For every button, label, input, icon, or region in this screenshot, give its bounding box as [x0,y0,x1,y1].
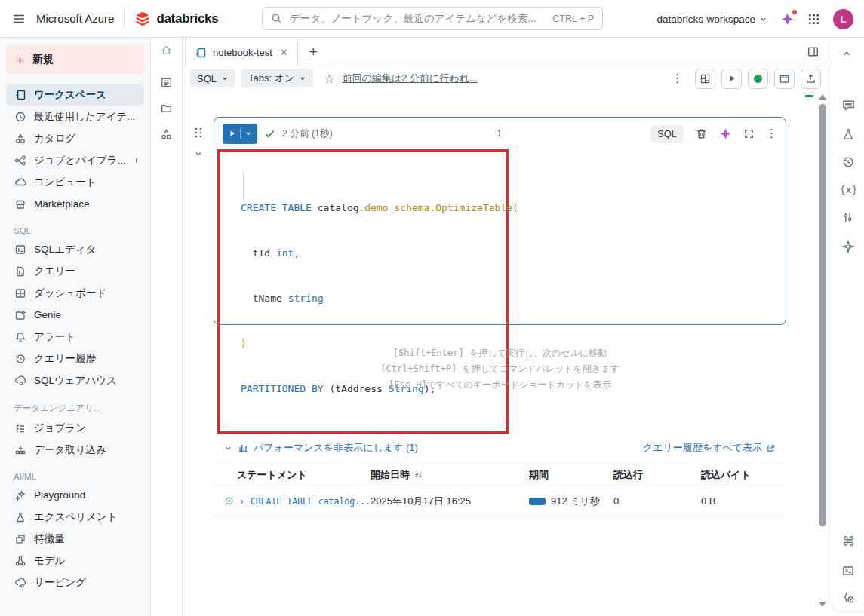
expand-row-chevron[interactable]: › [240,495,243,507]
app-switcher-grid-icon[interactable] [807,13,820,26]
cell-kebab-menu-icon[interactable]: ⋮ [766,127,777,140]
table-of-contents-icon[interactable] [160,76,173,89]
job-runs-icon [14,422,26,434]
col-bytes-read[interactable]: 読込バイト [701,468,786,482]
tab-notebook-test[interactable]: notebook-test ✕ [185,38,298,67]
workspace-icon-strip [151,38,183,616]
scrollbar-thumb[interactable] [819,104,826,526]
sidebar-item-data-ingestion[interactable]: データ取り込み [6,439,144,461]
duration-bar [529,498,546,505]
sidebar-item-workspace[interactable]: ワークスペース [6,84,144,106]
bell-icon [14,331,26,343]
assistant-sparkle-icon[interactable] [780,12,795,26]
collapse-panel-chevron-icon[interactable] [841,48,852,59]
cell-drag-handle-icon[interactable] [194,127,203,139]
experiments-flask-icon[interactable] [841,127,855,141]
scroll-up-arrow[interactable] [819,94,826,100]
duration-value: 912 ミリ秒 [551,495,600,508]
sidebar-item-jobs-pipelines[interactable]: ジョブとパイプラ... [6,149,144,171]
section-header-data-engineering: データエンジニアリ... [6,403,144,414]
add-tab-button[interactable]: + [309,38,318,66]
settings-sliders-icon[interactable] [841,211,854,224]
code-line: tId int, [241,246,500,261]
divider [124,10,125,28]
col-rows-read[interactable]: 読込行 [613,468,701,482]
variables-icon[interactable]: {x} [832,184,864,195]
chevron-down-icon [299,75,306,82]
kebab-menu-icon[interactable]: ⋮ [672,72,683,85]
keyboard-hints: [Shift+Enter] を押して実行し、次のセルに移動 [Ctrl+Shif… [183,345,817,393]
comments-icon[interactable] [841,98,856,112]
sidebar-item-dashboards[interactable]: ダッシュボード [6,282,144,304]
sidebar-item-marketplace[interactable]: Marketplace [6,193,144,215]
delete-cell-icon[interactable] [695,127,708,140]
share-button[interactable] [801,69,821,89]
workspace-switcher[interactable]: databricks-workspace [656,14,767,25]
avatar[interactable]: L [833,9,853,29]
vertical-scrollbar[interactable] [817,90,828,616]
command-palette-icon[interactable]: ⌘ [832,534,864,549]
cell-language-chip[interactable]: SQL [650,125,684,143]
assistant-sparkle-icon[interactable] [719,127,732,140]
sidebar-item-sql-warehouses[interactable]: SQLウェアハウス [6,369,144,391]
dashboard-layout-button[interactable] [695,69,715,89]
sidebar-item-playground[interactable]: Playground [6,484,144,506]
sidebar-item-queries[interactable]: クエリー [6,260,144,282]
status-success-icon [225,495,233,507]
schedule-button[interactable] [774,69,795,89]
language-select[interactable]: SQL [190,69,235,87]
col-start-time[interactable]: 開始日時 [371,468,529,482]
top-bar: Microsoft Azure databricks CTRL + P data… [0,0,864,38]
cluster-status-button[interactable] [748,69,768,89]
fullscreen-icon[interactable] [743,128,755,139]
sidebar-item-models[interactable]: モデル [6,550,144,572]
sidebar-item-compute[interactable]: コンピュート [6,171,144,193]
home-icon[interactable] [160,44,173,57]
query-history-link[interactable]: クエリー履歴をすべて表示 [643,441,776,455]
sidebar-item-job-runs[interactable]: ジョブラン [6,417,144,439]
col-duration[interactable]: 期間 [529,468,613,482]
lint-check-icon[interactable] [841,590,855,604]
tabs-toggle-select[interactable]: Tabs: オン [241,69,313,87]
scroll-down-arrow[interactable] [819,602,826,607]
global-search[interactable]: CTRL + P [262,7,603,30]
folder-icon[interactable] [160,102,173,115]
hamburger-menu-icon[interactable] [12,12,26,26]
favorite-star-icon[interactable]: ☆ [324,72,334,86]
catalog-icon[interactable] [160,128,173,141]
terminal-icon[interactable] [841,564,855,578]
sidebar-item-query-history[interactable]: クエリー履歴 [6,348,144,369]
search-input[interactable] [288,12,552,25]
clock-icon [14,111,26,123]
right-panel-rail: {x} ⌘ [832,38,864,612]
sidebar-item-sql-editor[interactable]: SQLエディタ [6,238,144,260]
sidebar-item-catalog[interactable]: カタログ [6,127,144,149]
run-cell-button[interactable] [223,124,257,144]
sidebar-item-recents[interactable]: 最近使用したアイテ... [6,106,144,127]
run-all-button[interactable] [721,69,742,89]
assistant-diamond-icon[interactable] [841,240,855,253]
last-edit-link[interactable]: 前回の編集は2 分前に行われ... [343,72,478,85]
sidebar-item-experiments[interactable]: エクスペリメント [6,506,144,528]
performance-toggle-link[interactable]: パフォーマンスを非表示にします (1) [254,441,418,455]
statement-text[interactable]: CREATE TABLE catalog... [251,496,371,507]
sidebar-item-serving[interactable]: サービング [6,572,144,593]
version-history-icon[interactable] [841,155,855,169]
microsoft-azure-label[interactable]: Microsoft Azure [36,12,114,25]
code-line: CREATE TABLE catalog.demo_schema.Optimiz… [241,201,500,216]
sidebar-item-genie[interactable]: Genie [6,304,144,326]
sidebar-item-alerts[interactable]: アラート [6,326,144,348]
databricks-wordmark[interactable]: databricks [156,11,218,26]
cell-collapse-chevron-icon[interactable] [194,149,203,158]
close-icon[interactable]: ✕ [280,47,288,58]
notebook-toolbar: SQL Tabs: オン ☆ 前回の編集は2 分前に行われ... ⋮ [183,66,832,90]
external-link-icon [766,443,776,453]
sparkles-icon [14,489,26,501]
new-button[interactable]: + 新規 [6,45,144,74]
split-view-icon[interactable] [807,38,819,66]
col-statement[interactable]: ステートメント [214,468,371,482]
databricks-logo-icon[interactable] [134,11,151,27]
sidebar-item-features[interactable]: 特徴量 [6,528,144,550]
bytes-read-value: 0 B [701,495,786,507]
table-row[interactable]: › CREATE TABLE catalog... 2025年10月17日 16… [214,486,786,516]
